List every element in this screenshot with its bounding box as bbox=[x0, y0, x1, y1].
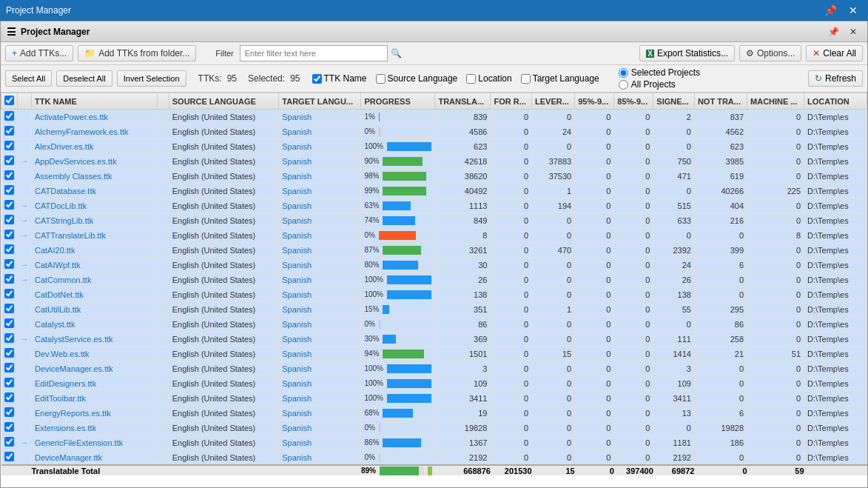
col-transla[interactable]: TRANSLA... bbox=[435, 93, 491, 110]
cb-location-label[interactable]: Location bbox=[466, 73, 511, 84]
row-checkbox[interactable] bbox=[4, 333, 14, 343]
row-checkbox[interactable] bbox=[4, 230, 14, 239]
row-checkbox[interactable] bbox=[4, 126, 14, 136]
col-sourcelang[interactable]: SOURCE LANGUAGE bbox=[169, 93, 279, 110]
window-close-button[interactable]: ✕ bbox=[845, 25, 861, 39]
cb-ttkname-label[interactable]: TTK Name bbox=[312, 73, 367, 84]
row-cb-cell[interactable] bbox=[1, 228, 18, 243]
row-cb-cell[interactable] bbox=[1, 243, 18, 258]
row-checkbox[interactable] bbox=[4, 452, 14, 461]
select-all-button[interactable]: Select All bbox=[5, 70, 52, 87]
row-checkbox[interactable] bbox=[4, 111, 14, 121]
row-cb-cell[interactable] bbox=[1, 361, 18, 376]
row-checkbox[interactable] bbox=[4, 348, 14, 358]
row-checkbox[interactable] bbox=[4, 185, 14, 195]
row-cb-cell[interactable] bbox=[1, 213, 18, 228]
rb-selected-input[interactable] bbox=[619, 68, 628, 78]
row-cb-cell[interactable] bbox=[1, 198, 18, 213]
row-checkbox[interactable] bbox=[4, 304, 14, 313]
row-checkbox[interactable] bbox=[4, 363, 14, 372]
search-icon[interactable]: 🔍 bbox=[391, 48, 402, 59]
row-pct95: 0 bbox=[575, 376, 614, 391]
row-checkbox[interactable] bbox=[4, 244, 14, 254]
row-cb-cell[interactable] bbox=[1, 110, 18, 124]
row-tgtlang: Spanish bbox=[279, 154, 361, 169]
add-ttks-button[interactable]: + Add TTKs... bbox=[5, 45, 73, 61]
row-cb-cell[interactable] bbox=[1, 273, 18, 287]
row-checkbox[interactable] bbox=[4, 437, 14, 447]
row-checkbox[interactable] bbox=[4, 156, 14, 165]
row-checkbox[interactable] bbox=[4, 289, 14, 298]
footer-arrow2 bbox=[157, 465, 169, 475]
row-checkbox[interactable] bbox=[4, 392, 14, 402]
row-location: D:\Temp\es bbox=[804, 258, 867, 273]
row-cb-cell[interactable] bbox=[1, 258, 18, 273]
row-cb-cell[interactable] bbox=[1, 184, 18, 198]
clear-all-button[interactable]: ✕ Clear All bbox=[806, 45, 863, 61]
filter-input[interactable] bbox=[240, 45, 388, 61]
col-targetlang[interactable]: TARGET LANGU... bbox=[279, 93, 361, 110]
rb-all-input[interactable] bbox=[619, 80, 628, 90]
row-cb-cell[interactable] bbox=[1, 347, 18, 361]
row-cb-cell[interactable] bbox=[1, 332, 18, 347]
close-button[interactable]: ✕ bbox=[844, 3, 862, 18]
options-button[interactable]: ⚙ Options... bbox=[739, 45, 801, 61]
col-pct95[interactable]: 95%-9... bbox=[575, 93, 614, 110]
row-checkbox[interactable] bbox=[4, 259, 14, 269]
row-checkbox[interactable] bbox=[4, 170, 14, 180]
cb-sourcelang-input[interactable] bbox=[376, 74, 386, 84]
window-pin-button[interactable]: 📌 bbox=[824, 25, 844, 39]
row-srclang: English (United States) bbox=[169, 243, 279, 258]
col-cb[interactable] bbox=[1, 93, 18, 110]
cb-targetlang-label[interactable]: Target Language bbox=[521, 73, 599, 84]
deselect-all-button[interactable]: Deselect All bbox=[56, 70, 112, 87]
col-forr[interactable]: FOR R... bbox=[491, 93, 532, 110]
row-tgtlang: Spanish bbox=[279, 139, 361, 154]
row-cb-cell[interactable] bbox=[1, 406, 18, 421]
rb-all-label[interactable]: All Projects bbox=[619, 79, 700, 90]
col-lever[interactable]: LEVER... bbox=[532, 93, 575, 110]
col-signed[interactable]: SIGNE... bbox=[653, 93, 695, 110]
table-row: → GenericFileExtension.ttk English (Unit… bbox=[1, 435, 867, 450]
col-location[interactable]: LOCATION bbox=[804, 93, 867, 110]
col-nottra[interactable]: NOT TRA... bbox=[694, 93, 747, 110]
row-cb-cell[interactable] bbox=[1, 302, 18, 317]
row-checkbox[interactable] bbox=[4, 141, 14, 150]
row-checkbox[interactable] bbox=[4, 200, 14, 210]
cb-ttkname-input[interactable] bbox=[312, 74, 322, 84]
refresh-button[interactable]: ↻ Refresh bbox=[808, 70, 863, 87]
row-checkbox[interactable] bbox=[4, 407, 14, 417]
invert-selection-button[interactable]: Invert Selection bbox=[117, 70, 186, 87]
row-cb-cell[interactable] bbox=[1, 435, 18, 450]
col-machine[interactable]: MACHINE ... bbox=[747, 93, 804, 110]
add-ttks-folder-button[interactable]: 📁 Add TTKs from folder... bbox=[78, 45, 196, 61]
cb-sourcelang-label[interactable]: Source Language bbox=[376, 73, 458, 84]
row-cb-cell[interactable] bbox=[1, 139, 18, 154]
pin-button[interactable]: 📌 bbox=[820, 3, 841, 18]
row-cb-cell[interactable] bbox=[1, 317, 18, 332]
cb-location-input[interactable] bbox=[466, 74, 476, 84]
col-ttkname[interactable]: TTK NAME bbox=[32, 93, 158, 110]
row-checkbox[interactable] bbox=[4, 422, 14, 432]
row-cb-cell[interactable] bbox=[1, 287, 18, 302]
title-bar: Project Manager 📌 ✕ bbox=[0, 0, 868, 21]
cb-targetlang-input[interactable] bbox=[521, 74, 531, 84]
row-checkbox[interactable] bbox=[4, 318, 14, 328]
row-cb-cell[interactable] bbox=[1, 154, 18, 169]
row-cb-cell[interactable] bbox=[1, 124, 18, 139]
row-cb-cell[interactable] bbox=[1, 391, 18, 406]
col-progress[interactable]: PROGRESS bbox=[361, 93, 435, 110]
col-pct85[interactable]: 85%-9... bbox=[614, 93, 653, 110]
row-progress-text: 0% bbox=[364, 424, 374, 432]
rb-selected-label[interactable]: Selected Projects bbox=[619, 67, 700, 78]
row-signed: 111 bbox=[653, 332, 695, 347]
row-cb-cell[interactable] bbox=[1, 450, 18, 466]
row-cb-cell[interactable] bbox=[1, 376, 18, 391]
select-all-cb[interactable] bbox=[4, 96, 14, 105]
row-cb-cell[interactable] bbox=[1, 421, 18, 435]
row-checkbox[interactable] bbox=[4, 215, 14, 224]
row-checkbox[interactable] bbox=[4, 378, 14, 387]
export-statistics-button[interactable]: X Export Statistics... bbox=[639, 45, 735, 61]
row-checkbox[interactable] bbox=[4, 274, 14, 284]
row-cb-cell[interactable] bbox=[1, 169, 18, 184]
